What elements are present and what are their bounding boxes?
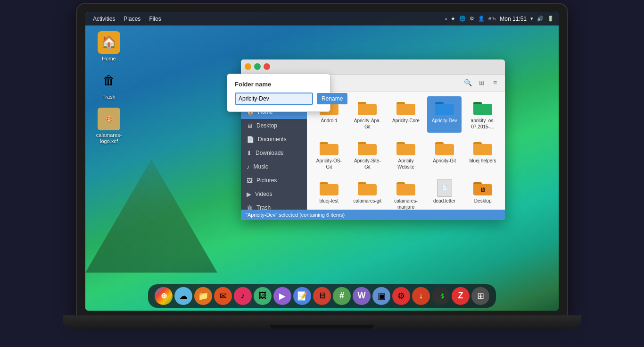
fm-list-view-button[interactable]: ≡ <box>489 76 501 89</box>
file-item-apricity-os[interactable]: apricity_os-07.2015-… <box>465 96 500 133</box>
dock-icon-mail[interactable]: ✉ <box>214 287 232 305</box>
topbar-globe-icon: 🌐 <box>459 16 466 22</box>
dock-icon-chrome[interactable]: ⊕ <box>155 287 173 305</box>
fm-grid-view-button[interactable]: ⊞ <box>476 76 488 89</box>
dock-icon-notes[interactable]: 📝 <box>293 287 311 305</box>
topbar-sound-icon: 🔊 <box>537 16 544 22</box>
calamares-git-folder-icon <box>358 179 377 196</box>
file-item-apricity-site[interactable]: Apricity-Site-Git <box>350 136 385 173</box>
desktop-icon-trash[interactable]: 🗑 Trash <box>94 69 124 100</box>
rename-dialog-row: Rename <box>235 93 322 105</box>
fm-statusbar: "Apricity-Dev" selected (containing 6 it… <box>241 210 505 220</box>
calc-icon: # <box>339 291 344 301</box>
dock-icon-filezilla[interactable]: Z <box>452 287 470 305</box>
apricity-os-git-folder-icon <box>320 139 339 156</box>
calamares-git-folder-label: calamares-git <box>352 198 383 204</box>
android-folder-label: Android <box>314 118 345 124</box>
filezilla-icon: Z <box>458 291 463 301</box>
desktop-icon-home[interactable]: 🏠 Home <box>94 31 124 62</box>
rename-dialog-title: Folder name <box>235 81 322 88</box>
bluej-helpers-folder-icon <box>473 139 492 156</box>
dock: ⊕ ☁ 📁 ✉ ♪ 🖼 <box>148 284 496 308</box>
laptop-outer: Activities Places Files • ★ 🌐 ⚙ 👤 en₁ Mo… <box>63 4 581 344</box>
apricity-os-git-folder-label: Apricity-OS-Git <box>314 158 345 170</box>
file-item-apricity-git[interactable]: Apricity-Git <box>427 136 462 173</box>
dock-icon-display[interactable]: 🖥 <box>313 287 331 305</box>
topbar-battery-icon: 🔋 <box>547 16 554 22</box>
topbar-user-icon: 👤 <box>478 16 485 22</box>
topbar-places[interactable]: Places <box>120 14 144 24</box>
topbar-star: ★ <box>451 16 455 22</box>
sidebar-item-pictures[interactable]: 🖼 Pictures <box>241 174 307 187</box>
sidebar-item-videos[interactable]: ▶ Videos <box>241 187 307 201</box>
fm-maximize-button[interactable] <box>254 63 261 70</box>
rename-input[interactable] <box>235 93 313 105</box>
fm-titlebar <box>241 59 505 75</box>
sidebar-item-trash[interactable]: 🗑 Trash <box>241 201 307 210</box>
desktop-icon-home-label: Home <box>102 56 116 62</box>
bluej-test-folder-label: bluej-test <box>314 198 345 204</box>
fm-close-button[interactable] <box>264 63 270 70</box>
downloads-icon: ⬇ <box>247 150 252 157</box>
home-folder-icon: 🏠 <box>101 35 116 50</box>
dock-icon-grid[interactable]: ⊞ <box>471 287 489 305</box>
file-item-apricity-apa[interactable]: Apricity-Apa-Git <box>350 96 385 133</box>
music-dock-icon: ♪ <box>241 291 245 301</box>
file-item-desktop-folder[interactable]: 🖥 Desktop <box>465 177 500 210</box>
dock-icon-files[interactable]: 📁 <box>194 287 212 305</box>
dock-icon-music[interactable]: ♪ <box>234 287 252 305</box>
desktop-icon-calamares-label: calamares-logo.xcf <box>94 132 124 144</box>
apricity-website-folder-icon <box>396 139 415 156</box>
dock-icon-impress[interactable]: ▣ <box>372 287 390 305</box>
bluej-test-folder-icon <box>320 179 339 196</box>
fm-content: Android Apricity-Apa-Git Apricity-Core <box>307 92 505 210</box>
dead-letter-file-label: dead.letter <box>429 198 460 204</box>
dock-icon-terminal[interactable]: _$ <box>432 287 450 305</box>
rename-dialog: Folder name Rename <box>227 74 330 112</box>
dead-letter-file-icon: 📄 <box>435 179 454 196</box>
dock-icon-photos[interactable]: 🖼 <box>254 287 272 305</box>
file-item-bluej-helpers[interactable]: bluej helpers <box>465 136 500 173</box>
rename-confirm-button[interactable]: Rename <box>317 93 347 104</box>
calamares-manjaro-folder-icon <box>396 179 415 196</box>
dock-icon-cloud[interactable]: ☁ <box>174 287 192 305</box>
file-item-apricity-dev[interactable]: Apricity-Dev <box>427 96 462 133</box>
file-item-bluej-test[interactable]: bluej-test <box>312 177 347 210</box>
dock-icon-download[interactable]: ↓ <box>412 287 430 305</box>
sidebar-item-documents[interactable]: 📄 Documents <box>241 133 307 146</box>
cloud-icon: ☁ <box>179 291 188 301</box>
file-item-calamares-git[interactable]: calamares-git <box>350 177 385 210</box>
mail-icon: ✉ <box>220 291 227 301</box>
apricity-os-file-label: apricity_os-07.2015-… <box>467 118 498 130</box>
dock-icon-video[interactable]: ▶ <box>273 287 291 305</box>
file-item-apricity-os-git[interactable]: Apricity-OS-Git <box>312 136 347 173</box>
dock-icon-toggle[interactable]: ⚙ <box>392 287 410 305</box>
file-item-apricity-website[interactable]: Apricity Website <box>388 136 423 173</box>
documents-icon: 📄 <box>247 136 254 143</box>
dock-icon-writer[interactable]: W <box>353 287 371 305</box>
file-item-calamares-manjaro[interactable]: calamares-manjaro <box>388 177 423 210</box>
fm-file-grid: Android Apricity-Apa-Git Apricity-Core <box>312 96 500 210</box>
fm-view-buttons: ⊞ ≡ <box>476 76 501 89</box>
topbar-files[interactable]: Files <box>145 14 165 24</box>
apricity-apa-folder-label: Apricity-Apa-Git <box>352 118 383 130</box>
file-item-dead-letter[interactable]: 📄 dead.letter <box>427 177 462 210</box>
fm-search-button[interactable]: 🔍 <box>462 76 474 89</box>
topbar-clock: Mon 11:51 <box>500 16 527 22</box>
sidebar-item-downloads[interactable]: ⬇ Downloads <box>241 146 307 160</box>
file-item-apricity-core[interactable]: Apricity-Core <box>388 96 423 133</box>
fm-minimize-button[interactable] <box>245 63 251 70</box>
topbar-activities[interactable]: Activities <box>89 14 119 24</box>
dock-icon-calc[interactable]: # <box>333 287 351 305</box>
desktop-icon-calamares[interactable]: 🎨 calamares-logo.xcf <box>94 108 124 144</box>
notes-icon: 📝 <box>297 291 307 301</box>
bluej-helpers-folder-label: bluej helpers <box>467 158 498 164</box>
sidebar-item-music[interactable]: ♪ Music <box>241 160 307 174</box>
apricity-core-folder-icon <box>396 99 415 116</box>
apricity-dev-folder-label: Apricity-Dev <box>429 118 460 124</box>
apricity-core-folder-label: Apricity-Core <box>390 118 421 124</box>
calamares-manjaro-folder-label: calamares-manjaro <box>390 198 421 210</box>
laptop-screen-bezel: Activities Places Files • ★ 🌐 ⚙ 👤 en₁ Mo… <box>77 4 567 315</box>
apricity-website-folder-label: Apricity Website <box>390 158 421 170</box>
sidebar-item-desktop[interactable]: 🖥 Desktop <box>241 119 307 133</box>
